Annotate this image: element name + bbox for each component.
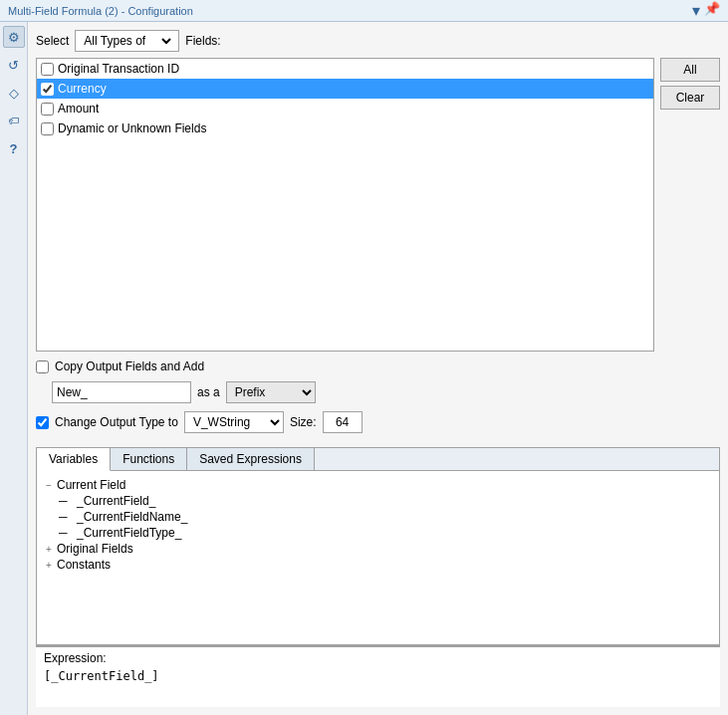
- new-row: as a Prefix Suffix: [52, 381, 720, 403]
- field-item-dynamic[interactable]: Dynamic or Unknown Fields: [37, 119, 653, 138]
- title-bar-text: Multi-Field Formula (2) - Configuration: [8, 5, 193, 17]
- change-checkbox[interactable]: [36, 416, 49, 429]
- field-label-original: Original Transaction ID: [58, 62, 179, 76]
- clear-button[interactable]: Clear: [660, 86, 720, 110]
- content-panel: Select All Types of String Numeric Date …: [28, 22, 728, 715]
- tab-saved-expressions[interactable]: Saved Expressions: [187, 448, 315, 470]
- expression-section: Expression: [_CurrentField_]: [36, 645, 720, 707]
- as-a-label: as a: [197, 385, 220, 399]
- tree-area: − Current Field ─ _CurrentField_ ─ _Curr…: [37, 471, 719, 644]
- prefix-select[interactable]: Prefix Suffix: [226, 381, 316, 403]
- leaf-label-currentfield: _CurrentField_: [77, 494, 155, 508]
- collapse-icon[interactable]: ▾: [692, 1, 700, 20]
- leaf-indent-3: ─: [59, 526, 75, 540]
- field-label-dynamic: Dynamic or Unknown Fields: [58, 121, 206, 135]
- top-section: Select All Types of String Numeric Date …: [36, 30, 720, 441]
- main-layout: ⚙ ↺ ◇ 🏷 ? Select All Types of String Num…: [0, 22, 728, 715]
- field-item-amount[interactable]: Amount: [37, 99, 653, 119]
- sidebar-icon-diamond[interactable]: ◇: [3, 82, 25, 104]
- leaf-label-currentfieldtype: _CurrentFieldType_: [77, 526, 181, 540]
- field-checkbox-dynamic[interactable]: [41, 122, 54, 135]
- expression-label: Expression:: [36, 647, 720, 667]
- field-checkbox-currency[interactable]: [41, 83, 54, 96]
- tree-leaf-currentfieldtype[interactable]: ─ _CurrentFieldType_: [59, 525, 713, 541]
- tree-node-current-field[interactable]: − Current Field: [43, 477, 713, 493]
- copy-checkbox[interactable]: [36, 360, 49, 373]
- select-label: Select: [36, 34, 69, 48]
- expand-constants[interactable]: +: [43, 560, 55, 571]
- tree-node-original-fields[interactable]: + Original Fields: [43, 541, 713, 557]
- title-bar: Multi-Field Formula (2) - Configuration …: [0, 0, 728, 22]
- all-button[interactable]: All: [660, 58, 720, 82]
- fields-list: Original Transaction ID Currency Amount …: [36, 58, 654, 352]
- title-bar-icons: ▾ 📌: [692, 1, 720, 20]
- sidebar-icon-tag[interactable]: 🏷: [3, 110, 25, 131]
- tabs-section: Variables Functions Saved Expressions − …: [36, 447, 720, 645]
- size-input[interactable]: [323, 411, 363, 433]
- leaf-label-currentfieldname: _CurrentFieldName_: [77, 510, 187, 524]
- field-item-currency[interactable]: Currency: [37, 79, 653, 99]
- sidebar-icon-settings[interactable]: ⚙: [3, 26, 25, 48]
- tree-label-original-fields: Original Fields: [57, 542, 133, 556]
- type-dropdown[interactable]: All Types of String Numeric Date Boolean: [75, 30, 179, 52]
- field-label-currency: Currency: [58, 82, 107, 96]
- field-item-original[interactable]: Original Transaction ID: [37, 59, 653, 79]
- tree-children-current-field: ─ _CurrentField_ ─ _CurrentFieldName_ ─ …: [59, 493, 713, 541]
- tree-node-constants[interactable]: + Constants: [43, 557, 713, 573]
- tree-label-constants: Constants: [57, 558, 111, 572]
- new-field-input[interactable]: [52, 381, 191, 403]
- tree-leaf-currentfield[interactable]: ─ _CurrentField_: [59, 493, 713, 509]
- sidebar-icon-refresh[interactable]: ↺: [3, 54, 25, 76]
- tree-label-current-field: Current Field: [57, 478, 125, 492]
- leaf-indent-2: ─: [59, 510, 75, 524]
- select-row: Select All Types of String Numeric Date …: [36, 30, 720, 52]
- expression-content[interactable]: [_CurrentField_]: [36, 667, 720, 707]
- pin-icon[interactable]: 📌: [704, 1, 720, 20]
- tab-functions[interactable]: Functions: [111, 448, 187, 470]
- type-select-input[interactable]: All Types of String Numeric Date Boolean: [80, 33, 174, 49]
- size-label: Size:: [290, 415, 317, 429]
- fields-label: Fields:: [185, 34, 220, 48]
- copy-label: Copy Output Fields and Add: [55, 359, 204, 373]
- sidebar: ⚙ ↺ ◇ 🏷 ?: [0, 22, 28, 715]
- leaf-indent: ─: [59, 494, 75, 508]
- output-type-select[interactable]: V_WString String Int32 Double Date: [184, 411, 284, 433]
- sidebar-icon-help[interactable]: ?: [3, 137, 25, 159]
- change-label: Change Output Type to: [55, 415, 178, 429]
- expand-current-field[interactable]: −: [43, 480, 55, 491]
- field-label-amount: Amount: [58, 102, 99, 116]
- copy-row: Copy Output Fields and Add: [36, 359, 720, 373]
- tab-variables[interactable]: Variables: [37, 448, 111, 471]
- expand-original-fields[interactable]: +: [43, 544, 55, 555]
- field-checkbox-original[interactable]: [41, 63, 54, 76]
- change-row: Change Output Type to V_WString String I…: [36, 411, 720, 433]
- field-checkbox-amount[interactable]: [41, 103, 54, 116]
- fields-area: Original Transaction ID Currency Amount …: [36, 58, 720, 352]
- tabs-header: Variables Functions Saved Expressions: [37, 448, 719, 471]
- tree-leaf-currentfieldname[interactable]: ─ _CurrentFieldName_: [59, 509, 713, 525]
- buttons-col: All Clear: [660, 58, 720, 352]
